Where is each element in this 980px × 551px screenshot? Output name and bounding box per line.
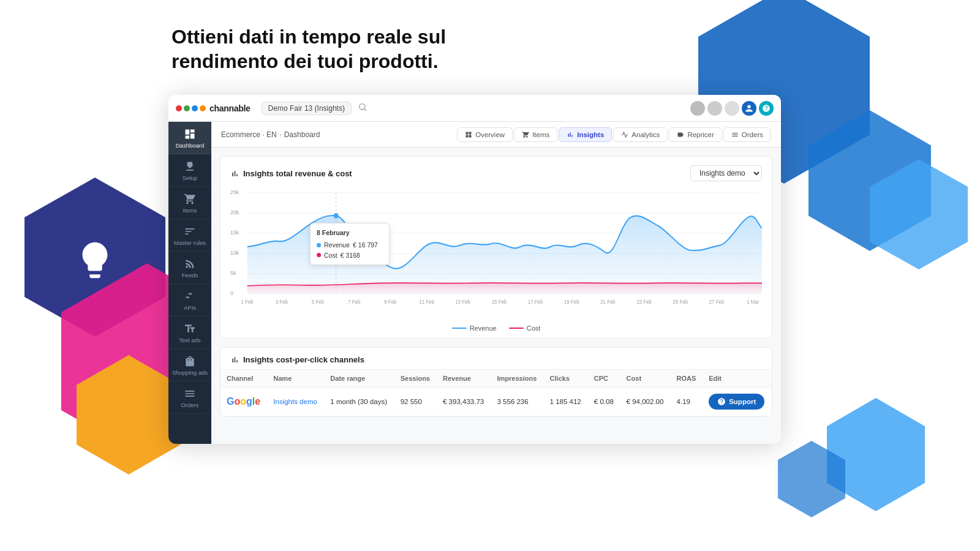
sidebar-item-master-rules-label: Master rules: [174, 239, 206, 246]
cell-edit: Support: [703, 388, 772, 416]
cell-date-range: 1 month (30 days): [324, 388, 394, 416]
sidebar-item-feeds[interactable]: Feeds: [168, 252, 211, 284]
tooltip-cost-label: Cost: [324, 250, 337, 261]
svg-text:11 Feb: 11 Feb: [419, 299, 434, 305]
cell-revenue: € 393,433.73: [437, 388, 491, 416]
search-icon[interactable]: [358, 102, 368, 114]
table-title: Insights cost-per-click channels: [243, 355, 364, 364]
support-button[interactable]: Support: [709, 394, 764, 410]
svg-text:7 Feb: 7 Feb: [348, 299, 360, 305]
tab-repricer[interactable]: Repricer: [669, 127, 722, 142]
sidebar-item-items[interactable]: Items: [168, 187, 211, 219]
chart-section: Insights total revenue & cost Insights d…: [220, 156, 772, 339]
legend-revenue-line: [452, 328, 467, 329]
svg-text:15k: 15k: [230, 229, 239, 236]
breadcrumb: Ecommerce · EN › Dashboard: [221, 130, 320, 139]
cell-name: Insights demo: [267, 388, 324, 416]
col-revenue: Revenue: [437, 370, 491, 388]
avatar-2: [707, 101, 722, 116]
sidebar-item-apis[interactable]: APIs: [168, 284, 211, 317]
support-button-label: Support: [729, 398, 756, 405]
avatar-3: [725, 101, 739, 116]
sidebar-item-dashboard-label: Dashboard: [176, 142, 204, 149]
sidebar-item-setup[interactable]: Setup: [168, 154, 211, 187]
tab-orders[interactable]: Orders: [723, 127, 771, 142]
sidebar-item-dashboard[interactable]: Dashboard: [168, 122, 211, 154]
table-header-row: Channel Name Date range Sessions Revenue…: [221, 370, 772, 388]
chart-tooltip: 8 February Revenue € 16 797 Cost € 3168: [310, 223, 390, 265]
svg-text:27 Feb: 27 Feb: [709, 299, 725, 305]
sidebar-item-text-ads[interactable]: Text ads: [168, 317, 211, 349]
chart-title-text: Insights total revenue & cost: [243, 169, 352, 178]
tooltip-revenue-row: Revenue € 16 797: [317, 240, 383, 250]
svg-text:15 Feb: 15 Feb: [492, 299, 507, 305]
logo-dots: [176, 105, 206, 111]
tab-analytics-label: Analytics: [631, 131, 660, 138]
nav-tabs: Overview Items Insights Analytics: [457, 127, 771, 142]
tab-items[interactable]: Items: [514, 127, 557, 142]
tab-items-label: Items: [532, 131, 549, 138]
col-cpc: CPC: [588, 370, 620, 388]
svg-text:0: 0: [230, 290, 233, 297]
logo-dot-green: [184, 105, 190, 111]
legend-revenue-label: Revenue: [470, 324, 497, 332]
svg-text:25k: 25k: [230, 189, 239, 196]
svg-text:5k: 5k: [230, 269, 236, 277]
project-label[interactable]: Demo Fair 13 (Insights): [262, 102, 352, 115]
cell-cpc: € 0.08: [588, 388, 620, 416]
insights-demo-link[interactable]: Insights demo: [273, 398, 317, 405]
app-window: channable Demo Fair 13 (Insights) Da: [168, 95, 781, 444]
avatar-group: [690, 101, 774, 116]
tooltip-date: 8 February: [317, 228, 383, 238]
logo-dot-orange: [200, 105, 206, 111]
legend-revenue: Revenue: [452, 324, 497, 332]
col-clicks: Clicks: [544, 370, 588, 388]
chart-dropdown[interactable]: Insights demo: [690, 165, 762, 181]
google-logo: Google: [227, 396, 260, 407]
svg-line-1: [364, 109, 366, 111]
sidebar-item-shopping-ads[interactable]: Shopping ads: [168, 349, 211, 381]
cell-cost: € 94,002.00: [620, 388, 671, 416]
legend-cost: Cost: [509, 324, 541, 332]
content-pane: Ecommerce · EN › Dashboard Overview Item…: [211, 122, 781, 444]
nav-bar: Ecommerce · EN › Dashboard Overview Item…: [211, 122, 781, 148]
col-edit: Edit: [703, 370, 772, 388]
sidebar-item-shopping-ads-label: Shopping ads: [172, 369, 208, 376]
headline: Ottieni dati in tempo reale sul rendimen…: [172, 24, 446, 73]
svg-point-15: [334, 213, 339, 219]
logo-dot-red: [176, 105, 182, 111]
avatar-help[interactable]: [759, 101, 774, 116]
svg-text:21 Feb: 21 Feb: [600, 299, 616, 305]
sidebar-item-orders[interactable]: Orders: [168, 381, 211, 414]
sidebar-item-orders-label: Orders: [181, 402, 198, 408]
svg-text:9 Feb: 9 Feb: [384, 299, 396, 305]
col-cost: Cost: [620, 370, 671, 388]
avatar-user[interactable]: [742, 101, 756, 116]
tab-insights[interactable]: Insights: [559, 127, 612, 142]
sidebar-item-feeds-label: Feeds: [182, 272, 198, 279]
breadcrumb-part2: Dashboard: [284, 130, 320, 139]
cell-roas: 4.19: [671, 388, 703, 416]
col-roas: ROAS: [671, 370, 703, 388]
svg-text:13 Feb: 13 Feb: [455, 299, 470, 305]
tab-analytics[interactable]: Analytics: [613, 127, 668, 142]
sidebar-item-master-rules[interactable]: Master rules: [168, 219, 211, 252]
tooltip-cost-value: € 3168: [341, 250, 360, 261]
cell-channel: Google: [221, 388, 267, 416]
svg-text:23 Feb: 23 Feb: [636, 299, 652, 305]
tooltip-cost-dot: [317, 253, 321, 257]
cell-clicks: 1 185 412: [544, 388, 588, 416]
tab-insights-label: Insights: [577, 131, 604, 138]
svg-text:25 Feb: 25 Feb: [673, 299, 688, 305]
table-section-header: Insights cost-per-click channels: [221, 348, 772, 370]
chart-title: Insights total revenue & cost: [230, 169, 352, 178]
tab-overview[interactable]: Overview: [457, 127, 513, 142]
tooltip-cost-row: Cost € 3168: [317, 250, 383, 261]
sidebar-item-apis-label: APIs: [184, 304, 196, 311]
logo-dot-blue: [192, 105, 198, 111]
tab-orders-label: Orders: [742, 131, 763, 138]
logo-text: channable: [209, 103, 251, 113]
col-channel: Channel: [221, 370, 267, 388]
svg-text:1 Feb: 1 Feb: [241, 299, 254, 305]
avatar-1: [690, 101, 705, 116]
